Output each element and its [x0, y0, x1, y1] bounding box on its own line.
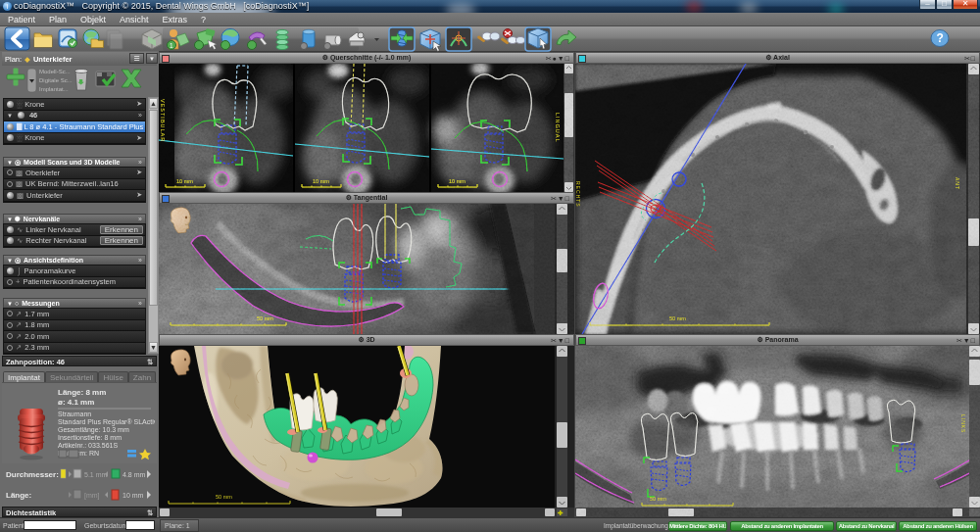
svg-text:5.1 mm: 5.1 mm: [84, 471, 108, 478]
svg-text:ø: 4.1 mm: ø: 4.1 mm: [58, 398, 94, 407]
svg-text:Durchmesser:: Durchmesser:: [6, 470, 59, 479]
svg-text:Digitale Sc...: Digitale Sc...: [39, 77, 73, 83]
svg-text:Modell-Sc...: Modell-Sc...: [39, 69, 71, 74]
svg-text:✚: ✚: [558, 509, 564, 516]
svg-text:4.8 mm: 4.8 mm: [122, 471, 146, 478]
svg-text:Straumann: Straumann: [58, 411, 91, 417]
svg-text:1: 1: [170, 42, 173, 49]
svg-text:?: ?: [937, 31, 944, 45]
svg-text:Standard Plus Regular® SLActiv: Standard Plus Regular® SLActive...: [58, 418, 155, 426]
svg-text:Insertionstiefe: 8 mm: Insertionstiefe: 8 mm: [58, 434, 122, 441]
svg-text:Implantat...: Implantat...: [39, 86, 69, 92]
svg-text:[mm]: [mm]: [84, 492, 100, 500]
svg-text:Länge:: Länge:: [6, 491, 31, 500]
svg-text:Länge: 8 mm: Länge: 8 mm: [58, 388, 106, 397]
svg-text:10 mm: 10 mm: [122, 492, 144, 499]
svg-text:50 mm: 50 mm: [216, 494, 232, 500]
svg-text:Gesamtlänge: 10.3 mm: Gesamtlänge: 10.3 mm: [58, 426, 129, 434]
